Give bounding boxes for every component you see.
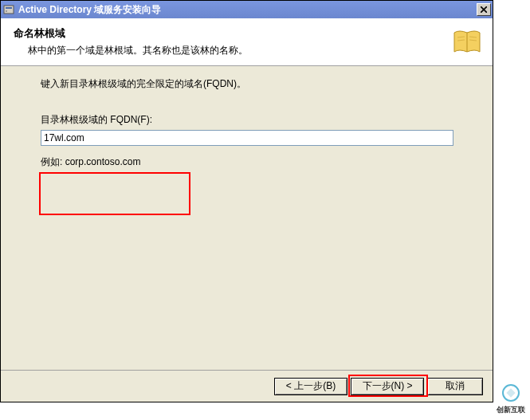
wizard-dialog: Active Directory 域服务安装向导 命名林根域 林中的第一个域是林… [0,0,493,402]
svg-point-2 [6,10,7,12]
fqdn-label: 目录林根级域的 FQDN(F): [41,113,453,127]
watermark-brand: 创新互联 [497,405,525,415]
close-button[interactable] [477,3,491,16]
annotation-highlight-label [39,172,190,215]
svg-rect-0 [4,6,14,14]
fqdn-field-block: 目录林根级域的 FQDN(F): 例如: corp.contoso.com [41,113,453,169]
example-text: 例如: corp.contoso.com [41,155,453,169]
instruction-text: 键入新目录林根级域的完全限定的域名(FQDN)。 [41,77,453,91]
cancel-button[interactable]: 取消 [427,378,483,395]
back-button[interactable]: < 上一步(B) [274,378,347,395]
button-bar: < 上一步(B) 下一步(N) > 取消 [1,370,493,402]
app-icon [2,3,15,16]
fqdn-input[interactable] [41,130,453,146]
titlebar-text: Active Directory 域服务安装向导 [18,3,477,17]
book-icon [451,26,483,58]
page-title: 命名林根域 [14,26,480,41]
next-button[interactable]: 下一步(N) > [351,378,424,395]
page-subtitle: 林中的第一个域是林根域。其名称也是该林的名称。 [14,44,480,57]
body-panel: 键入新目录林根级域的完全限定的域名(FQDN)。 目录林根级域的 FQDN(F)… [1,66,493,371]
watermark-logo-icon [502,384,520,402]
svg-rect-1 [6,7,12,9]
header-panel: 命名林根域 林中的第一个域是林根域。其名称也是该林的名称。 [1,18,493,66]
watermark-sidebar: 创新互联 [493,0,528,420]
titlebar: Active Directory 域服务安装向导 [1,1,493,18]
